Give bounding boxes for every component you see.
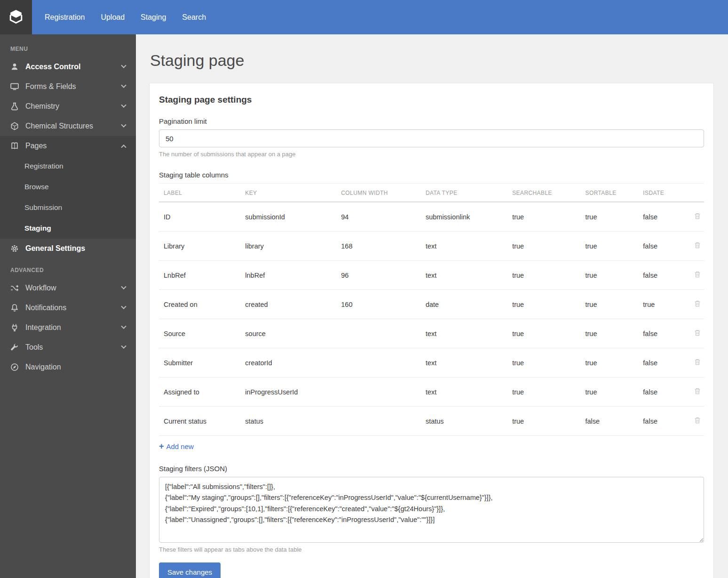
table-row: Created oncreated160datetruetruetrue	[159, 290, 704, 319]
sidebar-item-navigation[interactable]: Navigation	[0, 357, 136, 377]
compass-icon	[10, 363, 20, 371]
add-new-link[interactable]: + Add new	[159, 442, 194, 450]
table-cell	[338, 348, 423, 377]
column-header-actions	[683, 184, 704, 202]
table-cell: true	[583, 202, 641, 232]
table-cell: submissionId	[242, 202, 338, 232]
settings-card: Staging page settings Pagination limit T…	[149, 83, 714, 578]
table-cell: lnbRef	[242, 261, 338, 290]
sidebar-item-integration[interactable]: Integration	[0, 318, 136, 337]
table-cell: false	[640, 348, 682, 377]
delete-row-icon[interactable]	[694, 417, 701, 424]
sidebar-item-label: Chemical Structures	[25, 122, 122, 130]
topnav-item-staging[interactable]: Staging	[133, 0, 174, 34]
delete-row-icon[interactable]	[694, 241, 701, 249]
table-cell: Created on	[159, 290, 242, 319]
table-cell	[338, 319, 423, 348]
chevron-down-icon	[121, 284, 126, 289]
sidebar-section-header-menu: MENU	[0, 37, 136, 57]
table-actions-cell	[683, 232, 704, 261]
sidebar-item-general-settings[interactable]: General Settings	[0, 239, 136, 258]
staging-filters-textarea[interactable]: [{"label":"All submissions","filters":[]…	[159, 477, 704, 543]
chevron-down-icon	[121, 304, 126, 309]
table-row: Assigned toinProgressUserIdtexttruetruef…	[159, 377, 704, 407]
chevron-down-icon	[121, 103, 126, 108]
table-cell: Assigned to	[159, 377, 242, 407]
table-cell: false	[640, 202, 682, 232]
plus-icon: +	[159, 442, 164, 450]
table-cell: Current status	[159, 407, 242, 436]
column-header-sortable: SORTABLE	[583, 184, 641, 202]
delete-row-icon[interactable]	[694, 329, 701, 337]
column-header-key: KEY	[242, 184, 338, 202]
chevron-down-icon	[121, 63, 126, 68]
delete-row-icon[interactable]	[694, 271, 701, 278]
column-header-data-type: DATA TYPE	[423, 184, 509, 202]
table-cell: status	[242, 407, 338, 436]
table-cell: true	[509, 377, 582, 407]
gear-icon	[10, 244, 20, 253]
sidebar-item-tools[interactable]: Tools	[0, 337, 136, 357]
table-cell: 96	[338, 261, 423, 290]
app-logo[interactable]	[0, 0, 32, 34]
table-cell: true	[583, 261, 641, 290]
sidebar-item-workflow[interactable]: Workflow	[0, 278, 136, 298]
staging-filters-help: These filters will appear as tabs above …	[159, 546, 704, 553]
table-cell: Source	[159, 319, 242, 348]
column-header-column-width: COLUMN WIDTH	[338, 184, 423, 202]
sidebar-item-chemical-structures[interactable]: Chemical Structures	[0, 116, 136, 136]
delete-row-icon[interactable]	[694, 358, 701, 366]
table-cell: status	[423, 407, 509, 436]
table-cell: false	[640, 232, 682, 261]
table-cell: Submitter	[159, 348, 242, 377]
table-cell: false	[640, 407, 682, 436]
sidebar-item-label: Access Control	[25, 63, 122, 71]
table-actions-cell	[683, 348, 704, 377]
sidebar-subitem-submission[interactable]: Submission	[0, 197, 136, 218]
table-cell: 160	[338, 290, 423, 319]
table-actions-cell	[683, 407, 704, 436]
sidebar-item-forms-fields[interactable]: Forms & Fields	[0, 77, 136, 96]
column-header-searchable: SEARCHABLE	[509, 184, 582, 202]
chevron-up-icon	[121, 144, 126, 150]
table-cell: true	[509, 290, 582, 319]
sidebar-subitem-staging[interactable]: Staging	[0, 218, 136, 239]
table-cell: true	[509, 202, 582, 232]
sidebar-submenu: RegistrationBrowseSubmissionStaging	[0, 156, 136, 239]
sidebar-section-header-advanced: ADVANCED	[0, 258, 136, 278]
delete-row-icon[interactable]	[694, 387, 701, 395]
sidebar-subitem-browse[interactable]: Browse	[0, 177, 136, 197]
topnav-item-upload[interactable]: Upload	[93, 0, 133, 34]
staging-columns-table: LABELKEYCOLUMN WIDTHDATA TYPESEARCHABLES…	[159, 183, 704, 436]
table-cell: 168	[338, 232, 423, 261]
table-cell: ID	[159, 202, 242, 232]
table-cell: created	[242, 290, 338, 319]
topnav-item-search[interactable]: Search	[174, 0, 214, 34]
flask-icon	[10, 102, 20, 111]
table-cell: true	[583, 290, 641, 319]
table-cell: Library	[159, 232, 242, 261]
sidebar: MENUAccess ControlForms & FieldsChemistr…	[0, 34, 136, 578]
table-cell: true	[583, 319, 641, 348]
bell-icon	[10, 304, 20, 312]
add-new-label: Add new	[166, 442, 194, 450]
sidebar-item-chemistry[interactable]: Chemistry	[0, 96, 136, 116]
delete-row-icon[interactable]	[694, 300, 701, 307]
delete-row-icon[interactable]	[694, 212, 701, 220]
table-row: SubmittercreatorIdtexttruetruefalse	[159, 348, 704, 377]
table-actions-cell	[683, 261, 704, 290]
save-changes-button[interactable]: Save changes	[159, 562, 221, 578]
sidebar-expanded-group: PagesRegistrationBrowseSubmissionStaging	[0, 136, 136, 239]
sidebar-item-label: Chemistry	[25, 102, 122, 111]
pagination-limit-help: The number of submissions that appear on…	[159, 151, 704, 158]
sidebar-item-notifications[interactable]: Notifications	[0, 298, 136, 318]
sidebar-item-pages[interactable]: Pages	[0, 136, 136, 156]
topnav-item-registration[interactable]: Registration	[37, 0, 93, 34]
pagination-limit-input[interactable]	[159, 129, 704, 147]
sidebar-subitem-registration[interactable]: Registration	[0, 156, 136, 177]
sidebar-item-access-control[interactable]: Access Control	[0, 57, 136, 77]
pagination-limit-label: Pagination limit	[159, 117, 704, 125]
table-cell: submissionlink	[423, 202, 509, 232]
shuffle-icon	[10, 284, 20, 292]
table-actions-cell	[683, 202, 704, 232]
